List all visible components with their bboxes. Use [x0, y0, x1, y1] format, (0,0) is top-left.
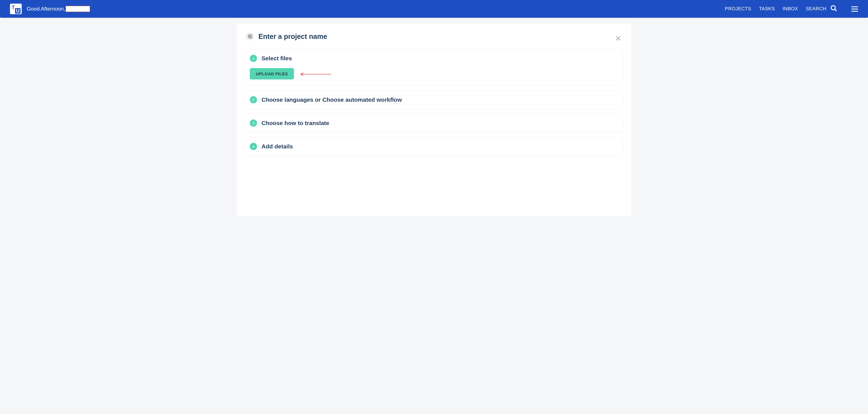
hamburger-menu-icon[interactable] [851, 6, 858, 12]
svg-line-1 [835, 9, 836, 11]
nav-search-group[interactable]: SEARCH [806, 5, 837, 13]
step-1-select-files: 1 Select files UPLOAD FILES [245, 49, 623, 86]
greeting-text: Good Afternoon, [27, 6, 90, 12]
nav-search-label[interactable]: SEARCH [806, 6, 826, 12]
step-title: Choose languages or Choose automated wor… [261, 96, 402, 103]
step-4-add-details[interactable]: 4 Add details [245, 137, 623, 156]
step-badge: 3 [250, 120, 257, 127]
annotation-arrow-icon [299, 72, 332, 76]
step-badge: 1 [250, 55, 257, 62]
search-icon[interactable] [830, 5, 837, 13]
step-title: Select files [261, 55, 292, 62]
app-header: T U Good Afternoon, PROJECTS TASKS INBOX… [0, 0, 868, 18]
svg-point-0 [831, 5, 835, 10]
greeting-username-redacted [66, 6, 90, 12]
step-3-choose-how[interactable]: 3 Choose how to translate [245, 114, 623, 132]
close-icon[interactable]: ✕ [615, 34, 621, 43]
nav-projects[interactable]: PROJECTS [725, 6, 751, 12]
upload-files-button[interactable]: UPLOAD FILES [250, 68, 294, 79]
nav-tasks[interactable]: TASKS [759, 6, 775, 12]
project-icon [246, 32, 254, 40]
app-logo[interactable]: T U [10, 4, 22, 14]
nav-inbox[interactable]: INBOX [783, 6, 798, 12]
step-2-choose-languages[interactable]: 2 Choose languages or Choose automated w… [245, 90, 623, 109]
greeting-label: Good Afternoon, [27, 6, 65, 12]
step-title: Choose how to translate [261, 120, 329, 126]
title-row: Enter a project name [245, 32, 623, 40]
step-badge: 4 [250, 143, 257, 150]
step-title: Add details [261, 143, 293, 150]
header-nav: PROJECTS TASKS INBOX SEARCH [725, 5, 858, 13]
project-create-panel: Enter a project name ✕ 1 Select files UP… [237, 24, 631, 216]
header-left: T U Good Afternoon, [10, 4, 90, 14]
step-badge: 2 [250, 96, 257, 103]
project-name-input[interactable]: Enter a project name [258, 33, 327, 40]
